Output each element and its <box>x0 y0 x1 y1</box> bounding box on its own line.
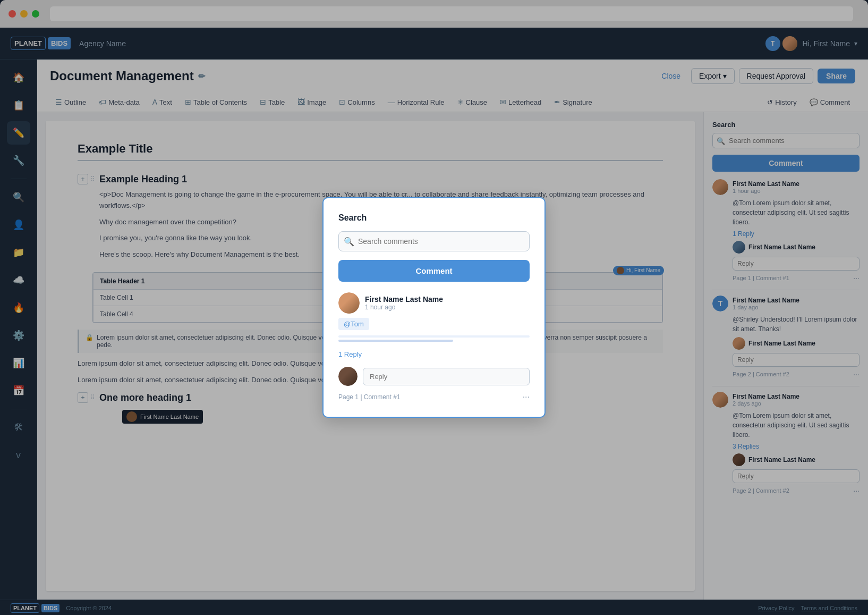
modal-comment-header: First Name Last Name 1 hour ago <box>338 292 530 314</box>
modal-reply-avatar <box>338 367 358 386</box>
modal-comment-item: First Name Last Name 1 hour ago @Tom 1 R… <box>338 292 530 402</box>
modal-search-input[interactable] <box>338 231 530 251</box>
modal-comment-time: 1 hour ago <box>365 304 443 311</box>
modal-page-info: Page 1 | Comment #1 <box>338 393 401 401</box>
modal-more-button[interactable]: ··· <box>523 392 530 402</box>
modal-comment-avatar <box>338 292 360 314</box>
search-modal: Search 🔍 Comment First Name Last Name 1 … <box>322 197 546 418</box>
modal-search-title: Search <box>338 213 530 223</box>
modal-blue-bar-2 <box>338 340 453 342</box>
modal-reply-input[interactable] <box>363 368 530 385</box>
modal-comment-author: First Name Last Name <box>365 295 443 304</box>
modal-comment-tag: @Tom <box>338 318 369 330</box>
modal-replies-link[interactable]: 1 Reply <box>338 350 530 358</box>
modal-comment-button[interactable]: Comment <box>338 260 530 282</box>
modal-blue-bar <box>338 335 530 338</box>
modal-footer: Page 1 | Comment #1 ··· <box>338 392 530 402</box>
modal-search-wrap: 🔍 <box>338 231 530 251</box>
modal-comment-meta: First Name Last Name 1 hour ago <box>365 295 443 311</box>
modal-search-icon: 🔍 <box>344 237 354 247</box>
modal-reply-section <box>338 367 530 386</box>
modal-overlay[interactable]: Search 🔍 Comment First Name Last Name 1 … <box>0 0 868 615</box>
